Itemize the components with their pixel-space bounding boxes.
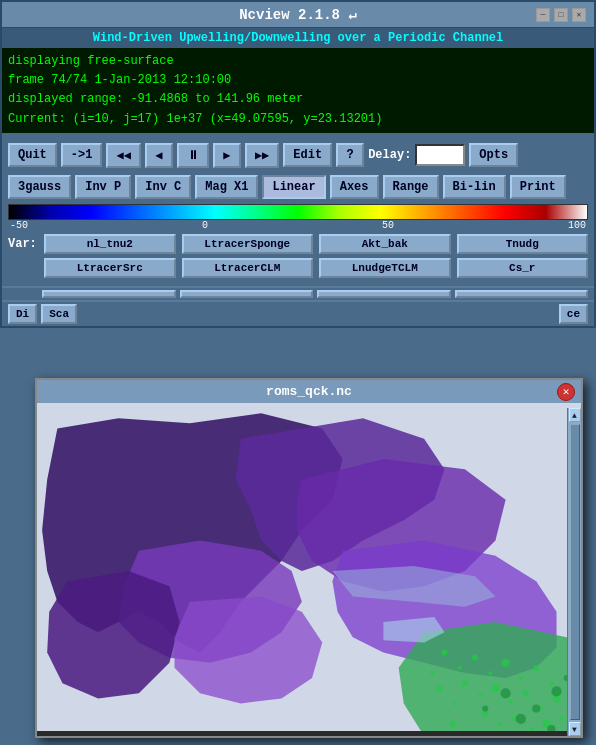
info-line3: displayed range: -91.4868 to 141.96 mete…	[8, 90, 588, 109]
svg-point-27	[430, 671, 434, 675]
colorbar-label-0: 0	[202, 220, 208, 231]
arrow1-button[interactable]: ->1	[61, 143, 103, 167]
roms-popup-window: roms_qck.nc ✕	[35, 378, 583, 738]
var-ltracerclm[interactable]: LtracerCLM	[182, 258, 314, 278]
svg-point-32	[532, 705, 540, 713]
svg-point-8	[533, 665, 539, 671]
sub-btn-1[interactable]	[42, 290, 176, 298]
sub-btn-3[interactable]	[317, 290, 451, 298]
roms-title: roms_qck.nc	[266, 384, 352, 399]
invc-button[interactable]: Inv C	[135, 175, 191, 199]
back-button[interactable]: ◀	[145, 143, 173, 168]
subtitle-bar: Wind-Driven Upwelling/Downwelling over a…	[2, 28, 594, 48]
var-akt-bak[interactable]: Akt_bak	[319, 234, 451, 254]
svg-point-35	[516, 714, 526, 724]
ncview-main-window: Ncview 2.1.8 ↵ ─ □ ✕ Wind-Driven Upwelli…	[0, 0, 596, 328]
svg-point-12	[491, 684, 499, 692]
sub-btn-2[interactable]	[180, 290, 314, 298]
svg-point-22	[560, 717, 564, 721]
var-row-2: LtracerSrc LtracerCLM LnudgeTCLM Cs_r	[8, 258, 588, 278]
ce-button[interactable]: ce	[559, 304, 588, 324]
scroll-down-arrow[interactable]: ▼	[569, 722, 581, 736]
colorbar-label-50: 50	[382, 220, 394, 231]
bottom-controls: Di Sca ce	[2, 302, 594, 326]
axes-button[interactable]: Axes	[330, 175, 379, 199]
roms-close-button[interactable]: ✕	[557, 383, 575, 401]
quit-button[interactable]: Quit	[8, 143, 57, 167]
svg-point-4	[472, 655, 478, 661]
linear-button[interactable]: Linear	[262, 175, 325, 199]
bilin-button[interactable]: Bi-lin	[443, 175, 506, 199]
info-line4: Current: (i=10, j=17) 1e+37 (x=49.07595,…	[8, 110, 588, 129]
svg-point-9	[549, 681, 553, 685]
svg-point-10	[462, 680, 468, 686]
info-line1: displaying free-surface	[8, 52, 588, 71]
svg-point-14	[523, 690, 529, 696]
invp-button[interactable]: Inv P	[75, 175, 131, 199]
svg-point-7	[519, 676, 523, 680]
roms-map-area	[37, 403, 581, 731]
var-tnudg[interactable]: Tnudg	[457, 234, 589, 254]
var-nl-tnu2[interactable]: nl_tnu2	[44, 234, 176, 254]
colorbar: -50 0 50 100	[8, 204, 588, 226]
colorbar-section: -50 0 50 100	[2, 202, 594, 230]
roms-title-bar: roms_qck.nc ✕	[37, 380, 581, 403]
info-panel: displaying free-surface frame 74/74 1-Ja…	[2, 48, 594, 133]
sub-section	[2, 288, 594, 300]
svg-point-3	[458, 666, 462, 670]
sca-button[interactable]: Sca	[41, 304, 77, 324]
scroll-up-arrow[interactable]: ▲	[569, 408, 581, 422]
var-row-1: Var: nl_tnu2 LtracerSponge Akt_bak Tnudg	[8, 234, 588, 254]
range-button[interactable]: Range	[383, 175, 439, 199]
var-lnudgetclm[interactable]: LnudgeTCLM	[319, 258, 451, 278]
colorbar-label-neg50: -50	[10, 220, 28, 231]
svg-point-26	[436, 685, 442, 691]
gauss-button[interactable]: 3gauss	[8, 175, 71, 199]
colorbar-label-100: 100	[568, 220, 586, 231]
var-ltracersrc[interactable]: LtracerSrc	[44, 258, 176, 278]
print-button[interactable]: Print	[510, 175, 566, 199]
close-button[interactable]: ✕	[572, 8, 586, 22]
svg-point-33	[551, 686, 561, 696]
help-button[interactable]: ?	[336, 143, 364, 167]
svg-point-20	[529, 727, 533, 731]
colorbar-gradient	[8, 204, 588, 220]
color-buttons-row: 3gauss Inv P Inv C Mag X1 Linear Axes Ra…	[2, 172, 594, 202]
magx1-button[interactable]: Mag X1	[195, 175, 258, 199]
svg-point-37	[482, 706, 488, 712]
delay-input[interactable]	[415, 144, 465, 166]
svg-point-11	[478, 693, 482, 697]
opts-button[interactable]: Opts	[469, 143, 518, 167]
svg-point-25	[453, 701, 457, 705]
scroll-thumb[interactable]	[570, 424, 580, 720]
var-cs-r[interactable]: Cs_r	[457, 258, 589, 278]
di-button[interactable]: Di	[8, 304, 37, 324]
maximize-button[interactable]: □	[554, 8, 568, 22]
info-line2: frame 74/74 1-Jan-2013 12:10:00	[8, 71, 588, 90]
delay-label: Delay:	[368, 148, 411, 162]
minimize-button[interactable]: ─	[536, 8, 550, 22]
svg-point-31	[501, 688, 511, 698]
toolbar: Quit ->1 ◀◀ ◀ ⏸ ▶ ▶▶ Edit ? Delay: Opts	[2, 139, 594, 172]
svg-point-6	[502, 659, 510, 667]
pause-button[interactable]: ⏸	[177, 143, 209, 168]
rewind-button[interactable]: ◀◀	[106, 143, 140, 168]
var-section: Var: nl_tnu2 LtracerSponge Akt_bak Tnudg…	[2, 230, 594, 286]
svg-point-13	[509, 699, 513, 703]
svg-point-5	[488, 671, 492, 675]
svg-point-18	[498, 722, 502, 726]
edit-button[interactable]: Edit	[283, 143, 332, 167]
colorbar-labels: -50 0 50 100	[8, 220, 588, 231]
window-controls: ─ □ ✕	[536, 8, 586, 22]
app-title: Ncview 2.1.8 ↵	[239, 6, 357, 23]
subtitle-text: Wind-Driven Upwelling/Downwelling over a…	[93, 31, 503, 45]
forward-button[interactable]: ▶	[213, 143, 241, 168]
sub-btn-4[interactable]	[455, 290, 589, 298]
fastforward-button[interactable]: ▶▶	[245, 143, 279, 168]
var-ltracersponge[interactable]: LtracerSponge	[182, 234, 314, 254]
var-label: Var:	[8, 237, 38, 251]
roms-scrollbar[interactable]: ▲ ▼	[567, 408, 581, 736]
title-bar: Ncview 2.1.8 ↵ ─ □ ✕	[2, 2, 594, 28]
svg-point-2	[441, 650, 447, 656]
svg-point-28	[450, 721, 456, 727]
